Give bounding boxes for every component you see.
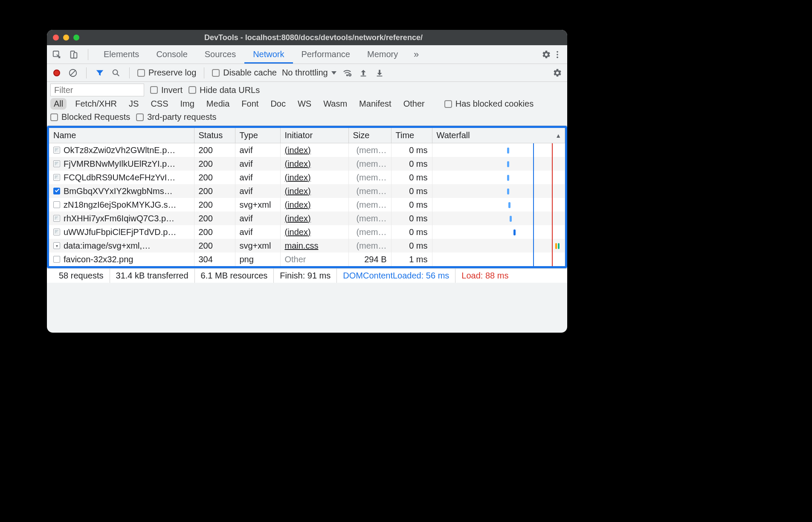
clear-button[interactable]: [67, 67, 78, 78]
file-type-icon: [53, 174, 60, 181]
device-toolbar-icon[interactable]: [68, 49, 79, 60]
settings-icon[interactable]: [541, 49, 552, 60]
blocked-requests-label: Blocked Requests: [61, 112, 130, 122]
col-waterfall[interactable]: Waterfall▲: [432, 128, 565, 143]
col-size[interactable]: Size: [348, 128, 391, 143]
type-filter-doc[interactable]: Doc: [267, 98, 289, 110]
request-status: 200: [194, 171, 235, 184]
request-name: data:image/svg+xml,…: [64, 241, 151, 251]
table-row[interactable]: uWWJfuFbpiClEFjPTdVD.p…200avif(index)(me…: [49, 225, 565, 239]
type-filter-fetch-xhr[interactable]: Fetch/XHR: [72, 98, 120, 110]
request-initiator[interactable]: (index): [285, 200, 311, 209]
throttling-select[interactable]: No throttling: [282, 68, 336, 78]
type-filter-css[interactable]: CSS: [147, 98, 171, 110]
request-size: 294 B: [348, 252, 391, 266]
filter-input[interactable]: [50, 84, 144, 96]
type-filter-font[interactable]: Font: [238, 98, 262, 110]
minimize-window-button[interactable]: [63, 35, 69, 41]
hide-data-urls-checkbox[interactable]: Hide data URLs: [188, 85, 260, 95]
disable-cache-checkbox[interactable]: Disable cache: [212, 68, 277, 78]
table-row[interactable]: data:image/svg+xml,…200svg+xmlmain.css(m…: [49, 239, 565, 252]
table-row[interactable]: zN18ngzI6ejSpoKMYKJG.s…200svg+xml(index)…: [49, 198, 565, 212]
status-transferred: 31.4 kB transferred: [110, 269, 195, 283]
col-time[interactable]: Time: [391, 128, 432, 143]
type-filter-other[interactable]: Other: [400, 98, 428, 110]
request-time: 0 ms: [391, 212, 432, 225]
request-time: 0 ms: [391, 171, 432, 184]
tab-elements[interactable]: Elements: [95, 45, 148, 64]
request-initiator[interactable]: (index): [285, 173, 311, 182]
table-row[interactable]: favicon-32x32.png304pngOther294 B1 ms: [49, 252, 565, 266]
invert-checkbox[interactable]: Invert: [150, 85, 183, 95]
kebab-menu-icon[interactable]: [552, 49, 563, 60]
tab-sources[interactable]: Sources: [196, 45, 244, 64]
close-window-button[interactable]: [53, 35, 59, 41]
request-initiator[interactable]: (index): [285, 186, 311, 196]
type-filter-wasm[interactable]: Wasm: [320, 98, 351, 110]
request-initiator[interactable]: (index): [285, 214, 311, 223]
inspect-element-icon[interactable]: [51, 49, 62, 60]
type-filter-ws[interactable]: WS: [294, 98, 315, 110]
table-row[interactable]: OkTz8xZwi0zVh2GWltnE.p…200avif(index)(me…: [49, 143, 565, 157]
request-status: 200: [194, 184, 235, 198]
request-initiator[interactable]: main.css: [285, 241, 319, 250]
table-row[interactable]: BmGbqXVYxIY2kwgbNms…200avif(index)(mem…0…: [49, 184, 565, 198]
third-party-checkbox[interactable]: 3rd-party requests: [136, 112, 216, 122]
throttling-label: No throttling: [282, 68, 328, 78]
status-bar: 58 requests 31.4 kB transferred 6.1 MB r…: [47, 268, 567, 283]
upload-har-icon[interactable]: [358, 67, 369, 78]
col-type[interactable]: Type: [235, 128, 280, 143]
col-name[interactable]: Name: [49, 128, 194, 143]
col-status[interactable]: Status: [194, 128, 235, 143]
type-filter-all[interactable]: All: [50, 98, 67, 110]
request-waterfall: [432, 212, 565, 225]
svg-rect-12: [360, 75, 366, 76]
record-button[interactable]: [51, 67, 62, 78]
table-row[interactable]: FjVMRBNwMyIlkUElRzYI.p…200avif(index)(me…: [49, 157, 565, 171]
col-initiator[interactable]: Initiator: [280, 128, 348, 143]
has-blocked-cookies-checkbox[interactable]: Has blocked cookies: [444, 99, 534, 109]
type-filter-manifest[interactable]: Manifest: [356, 98, 395, 110]
download-har-icon[interactable]: [374, 67, 385, 78]
request-status: 200: [194, 143, 235, 157]
type-filter-media[interactable]: Media: [203, 98, 233, 110]
request-size: (mem…: [348, 184, 391, 198]
more-tabs-button[interactable]: »: [411, 49, 422, 60]
window-controls: [47, 35, 85, 41]
request-type: avif: [235, 157, 280, 171]
request-initiator[interactable]: (index): [285, 227, 311, 237]
search-icon[interactable]: [110, 67, 122, 78]
svg-rect-13: [377, 75, 382, 76]
type-filter-img[interactable]: Img: [177, 98, 198, 110]
request-type: png: [235, 252, 280, 266]
request-initiator[interactable]: (index): [285, 145, 311, 155]
table-row[interactable]: FCQLdbRS9UMc4eFHzYvI…200avif(index)(mem……: [49, 171, 565, 184]
blocked-requests-checkbox[interactable]: Blocked Requests: [50, 112, 130, 122]
tab-memory[interactable]: Memory: [359, 45, 406, 64]
type-filter-js[interactable]: JS: [125, 98, 142, 110]
request-size: (mem…: [348, 171, 391, 184]
svg-point-11: [348, 73, 351, 76]
request-waterfall: [432, 171, 565, 184]
request-time: 0 ms: [391, 143, 432, 157]
svg-line-9: [117, 74, 119, 76]
devtools-window: DevTools - localhost:8080/docs/devtools/…: [47, 30, 567, 333]
tab-console[interactable]: Console: [148, 45, 196, 64]
zoom-window-button[interactable]: [73, 35, 79, 41]
request-name: favicon-32x32.png: [64, 255, 133, 264]
request-initiator[interactable]: (index): [285, 159, 311, 168]
table-row[interactable]: rhXHHi7yxFm6IqiwQ7C3.p…200avif(index)(me…: [49, 212, 565, 225]
network-conditions-icon[interactable]: [342, 67, 353, 78]
filter-toggle-icon[interactable]: [94, 67, 105, 78]
panel-settings-icon[interactable]: [552, 67, 563, 78]
invert-label: Invert: [161, 85, 183, 95]
file-type-icon: [53, 188, 60, 194]
request-type: avif: [235, 225, 280, 239]
tab-performance[interactable]: Performance: [293, 45, 359, 64]
preserve-log-checkbox[interactable]: Preserve log: [137, 68, 196, 78]
tab-network[interactable]: Network: [244, 45, 293, 64]
type-filter-row: AllFetch/XHRJSCSSImgMediaFontDocWSWasmMa…: [47, 96, 567, 111]
request-status: 200: [194, 212, 235, 225]
request-waterfall: [432, 184, 565, 198]
request-size: (mem…: [348, 239, 391, 252]
